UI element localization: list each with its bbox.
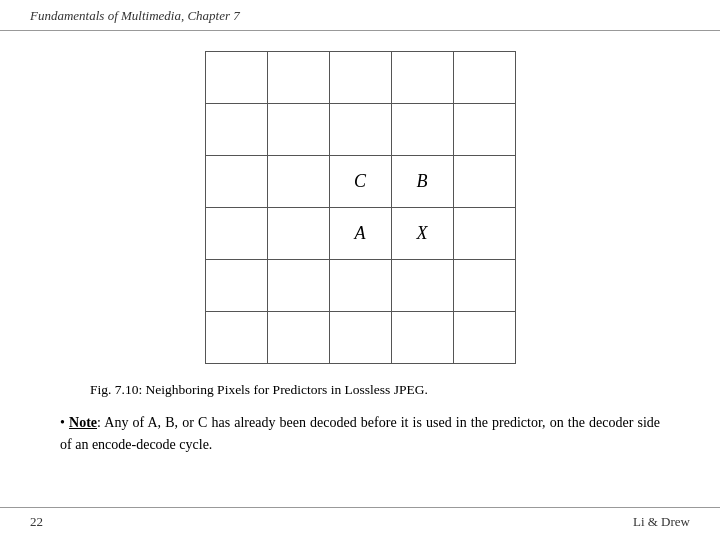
cell-empty — [205, 156, 267, 208]
cell-empty — [391, 312, 453, 364]
cell-empty — [329, 52, 391, 104]
cell-x: X — [391, 208, 453, 260]
header-title: Fundamentals of Multimedia, Chapter 7 — [30, 8, 240, 23]
cell-empty — [267, 52, 329, 104]
cell-empty — [205, 104, 267, 156]
note-text: : Any of A, B, or C has already been dec… — [60, 415, 660, 452]
cell-empty — [205, 260, 267, 312]
cell-empty — [267, 260, 329, 312]
cell-empty — [205, 312, 267, 364]
cell-empty — [205, 208, 267, 260]
header: Fundamentals of Multimedia, Chapter 7 — [0, 0, 720, 31]
table-row — [205, 312, 515, 364]
note-label: Note — [69, 415, 97, 430]
table-row: C B — [205, 156, 515, 208]
cell-empty — [205, 52, 267, 104]
cell-a: A — [329, 208, 391, 260]
cell-empty — [453, 156, 515, 208]
grid-container: C B A X — [205, 51, 516, 364]
cell-empty — [329, 312, 391, 364]
cell-empty — [329, 104, 391, 156]
cell-empty — [267, 312, 329, 364]
table-row: A X — [205, 208, 515, 260]
note-paragraph: • Note: Any of A, B, or C has already be… — [60, 412, 660, 455]
table-row — [205, 52, 515, 104]
cell-empty — [391, 260, 453, 312]
table-row — [205, 260, 515, 312]
page-number: 22 — [30, 514, 43, 530]
cell-empty — [453, 260, 515, 312]
cell-empty — [267, 104, 329, 156]
cell-b: B — [391, 156, 453, 208]
bullet: • — [60, 415, 69, 430]
cell-empty — [391, 52, 453, 104]
cell-empty — [453, 208, 515, 260]
caption-text: Fig. 7.10: Neighboring Pixels for Predic… — [90, 382, 428, 397]
cell-empty — [267, 208, 329, 260]
pixel-grid: C B A X — [205, 51, 516, 364]
cell-empty — [329, 260, 391, 312]
cell-empty — [391, 104, 453, 156]
cell-empty — [453, 104, 515, 156]
note-section: • Note: Any of A, B, or C has already be… — [50, 412, 670, 455]
cell-c: C — [329, 156, 391, 208]
figure-caption: Fig. 7.10: Neighboring Pixels for Predic… — [50, 382, 670, 398]
cell-empty — [453, 52, 515, 104]
table-row — [205, 104, 515, 156]
footer: 22 Li & Drew — [0, 507, 720, 530]
cell-empty — [267, 156, 329, 208]
cell-empty — [453, 312, 515, 364]
main-content: C B A X — [0, 31, 720, 465]
authors: Li & Drew — [633, 514, 690, 530]
